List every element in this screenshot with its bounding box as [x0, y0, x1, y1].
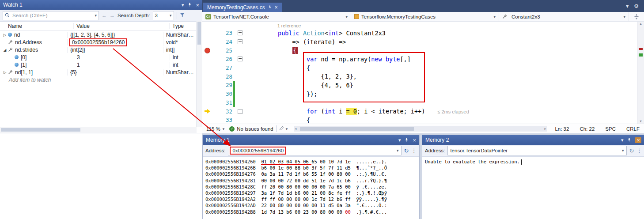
editor-horizontal-scrollbar[interactable]: ◂ ▸: [294, 126, 547, 132]
code-line[interactable]: 27 {: [202, 64, 637, 72]
refresh-icon[interactable]: ↻: [629, 147, 634, 154]
filter-icon[interactable]: [180, 12, 185, 19]
gear-icon[interactable]: ⚙: [634, 3, 639, 9]
code-line[interactable]: 33 {: [202, 116, 637, 124]
breakpoint-gutter[interactable]: [202, 48, 212, 53]
watch-search-box[interactable]: ▾: [3, 11, 99, 20]
code-line[interactable]: 23 public Action<int> Constant2x3: [202, 29, 637, 38]
expander-expanded-icon[interactable]: ◢: [2, 48, 8, 52]
search-forward-icon[interactable]: →: [110, 12, 115, 19]
tab-memorytestingcases[interactable]: MemoryTestingCases.cs ×: [203, 3, 282, 12]
dropdown-icon[interactable]: ▾: [622, 148, 624, 153]
watch-row[interactable]: [1]1int: [0, 61, 202, 68]
memory2-address-combo[interactable]: tensor.TensorDataPointer ▾: [447, 146, 626, 155]
memory-byte: b6: [295, 190, 303, 196]
watch-title-bar[interactable]: Watch 1 ▾ ×: [0, 0, 202, 10]
watch-row[interactable]: ▷nd{[[1, 2, 3], [4, 5, 6]]}NumShar…: [0, 31, 202, 38]
memory1-address-value[interactable]: 0x000002556B194260: [230, 147, 286, 155]
split-view-icon[interactable]: [629, 14, 644, 19]
watch-add-row[interactable]: Add item to watch: [0, 76, 202, 83]
code-line[interactable]: 28 {1, 2, 3},: [202, 72, 637, 81]
scroll-left-icon[interactable]: ◂: [295, 126, 296, 132]
watch-name-cell: [0]: [0, 54, 74, 60]
expander-collapsed-icon[interactable]: ▷: [2, 33, 8, 37]
field-icon: [15, 63, 19, 67]
watch-row[interactable]: ◢nd.strides{int[2]}int[]: [0, 46, 202, 53]
collapse-icon[interactable]: [238, 109, 242, 114]
code-line[interactable]: 29 {4, 5, 6}: [202, 81, 637, 90]
memory-byte: 7d: [337, 159, 345, 164]
code-line[interactable]: 26 var nd = np.array(new byte[,]: [202, 55, 637, 64]
outlining-margin[interactable]: [236, 109, 244, 114]
change-tracking-margin: [232, 107, 236, 116]
status-spaces[interactable]: SPC: [605, 126, 616, 132]
column-header-name[interactable]: Name: [0, 23, 74, 29]
search-dropdown-icon[interactable]: ▾: [95, 13, 97, 18]
close-icon[interactable]: ×: [196, 2, 199, 8]
memory-byte: 1d: [286, 190, 295, 196]
scroll-right-icon[interactable]: ▸: [544, 126, 546, 132]
outlining-margin[interactable]: [236, 57, 244, 61]
code-line[interactable]: 25 {: [202, 46, 637, 55]
watch-search-input[interactable]: [11, 12, 93, 19]
toolbar-overflow-icon[interactable]: ⋮: [412, 147, 417, 154]
column-header-value[interactable]: Value: [74, 23, 170, 29]
status-line-endings[interactable]: CRLF: [626, 126, 640, 132]
code-cleanup-button[interactable]: ▾: [279, 126, 288, 132]
scrollbar-thumb[interactable]: [197, 22, 201, 45]
code-line[interactable]: 31: [202, 98, 637, 107]
outlining-margin[interactable]: [236, 39, 244, 44]
collapse-icon[interactable]: [238, 57, 242, 61]
window-menu-icon[interactable]: ▾: [621, 137, 624, 143]
project-dropdown[interactable]: C# TensorFlowNET.Console ▾: [202, 12, 351, 21]
memory2-address-value[interactable]: tensor.TensorDataPointer: [450, 148, 508, 153]
watch-row[interactable]: ▷nd[1, 1]{5}NumShar…: [0, 68, 202, 76]
code-editor[interactable]: 1 reference23 public Action<int> Constan…: [202, 22, 644, 124]
collapse-icon[interactable]: [238, 30, 242, 35]
code-line[interactable]: 30 });: [202, 90, 637, 98]
pin-icon[interactable]: [405, 137, 409, 143]
member-dropdown[interactable]: Constant2x3 ▾: [499, 12, 629, 21]
memory2-title-bar[interactable]: Memory 2 ▾ ×: [422, 135, 644, 145]
outlining-margin[interactable]: [236, 30, 244, 35]
tab-list-icon[interactable]: ▾: [626, 3, 629, 9]
expander-collapsed-icon[interactable]: ▷: [2, 70, 8, 75]
type-dropdown[interactable]: Tensorflow.MemoryTestingCases ▾: [351, 12, 499, 21]
window-menu-icon[interactable]: ▾: [398, 137, 401, 143]
memory2-body[interactable]: Unable to evaluate the expression.: [422, 157, 644, 219]
search-depth-combo[interactable]: 3 ▾: [153, 11, 174, 20]
code-segment: [382, 56, 386, 63]
toolbar-overflow-icon[interactable]: ⋮: [637, 147, 642, 154]
pin-icon[interactable]: [627, 137, 631, 143]
zoom-control[interactable]: 115 % ▾: [204, 126, 227, 132]
refresh-icon[interactable]: ↻: [404, 147, 409, 154]
code-line[interactable]: 24 => (iterate) =>: [202, 38, 637, 46]
watch-row[interactable]: [0]3int: [0, 53, 202, 61]
watch-horizontal-scrollbar[interactable]: [0, 127, 197, 133]
memory1-address-combo[interactable]: 0x000002556B194260 ▾: [228, 146, 401, 155]
watch-row[interactable]: nd.Address0x000002556b194260void*: [0, 38, 202, 46]
pin-icon[interactable]: [268, 4, 272, 11]
editor-vertical-scrollbar[interactable]: ▲ ▼: [637, 22, 644, 124]
issues-indicator[interactable]: ✓ No issues found: [229, 126, 273, 132]
scrollbar-thumb[interactable]: [300, 127, 414, 131]
memory1-title-bar[interactable]: Memory 1 ▾ ×: [203, 135, 419, 145]
breakpoint-dot-icon[interactable]: [205, 48, 210, 53]
memory-byte: 1f: [295, 171, 303, 177]
search-back-icon[interactable]: ←: [102, 12, 107, 19]
watch-vertical-scrollbar[interactable]: [196, 21, 202, 127]
dropdown-icon[interactable]: ▾: [397, 148, 399, 153]
collapse-icon[interactable]: [238, 39, 242, 44]
scrollbar-thumb[interactable]: [1, 128, 80, 132]
scroll-down-icon[interactable]: ▼: [637, 120, 644, 123]
close-icon[interactable]: ×: [635, 137, 641, 143]
window-menu-icon[interactable]: ▾: [182, 2, 184, 8]
breakpoint-gutter[interactable]: [202, 109, 212, 113]
tab-close-icon[interactable]: ×: [275, 4, 278, 11]
code-line[interactable]: 32 for (int i = 0; i < iterate; i++)≤ 2m…: [202, 107, 637, 116]
close-icon[interactable]: ×: [413, 137, 416, 143]
pin-icon[interactable]: [188, 2, 192, 8]
scroll-up-icon[interactable]: ▲: [637, 22, 644, 26]
memory1-hex-dump[interactable]: 0x000002556B194260 01 02 03 04 05 06 65 …: [203, 157, 419, 219]
code-text: {4, 5, 6}: [244, 82, 353, 89]
